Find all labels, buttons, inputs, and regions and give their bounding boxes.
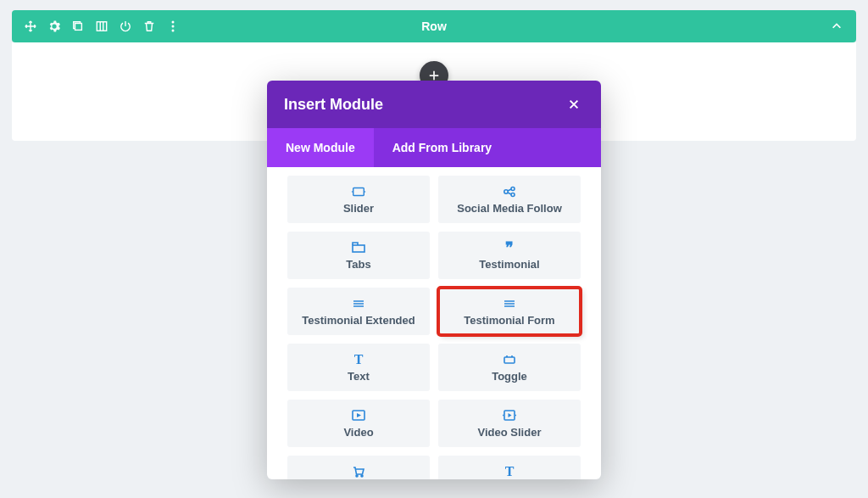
modal-header: Insert Module [267, 81, 601, 128]
module-label: Video Slider [478, 426, 542, 439]
row-title: Row [421, 20, 447, 33]
svg-rect-5 [353, 187, 364, 195]
toggle-icon [503, 353, 516, 367]
duplicate-icon[interactable] [71, 20, 85, 33]
module-woo-add-to-cart[interactable]: Woo Add To Cart [287, 456, 430, 479]
row-toolbar [12, 20, 180, 33]
modal-tabs: New Module Add From Library [267, 128, 601, 167]
module-label: Testimonial Extended [302, 314, 415, 327]
tabs-icon [352, 241, 365, 255]
tab-new-module[interactable]: New Module [267, 128, 374, 167]
video-slider-icon [502, 409, 517, 422]
module-label: Social Media Follow [457, 202, 562, 215]
trash-icon[interactable] [142, 20, 156, 33]
svg-point-13 [356, 475, 358, 477]
svg-point-3 [172, 25, 175, 28]
insert-module-modal: Insert Module New Module Add From Librar… [267, 81, 601, 479]
module-video[interactable]: Video [287, 400, 430, 447]
module-label: Toggle [492, 370, 527, 383]
module-social-media-follow[interactable]: Social Media Follow [438, 176, 581, 223]
svg-point-6 [504, 189, 508, 193]
module-testimonial-form[interactable]: Testimonial Form [438, 288, 581, 335]
svg-point-4 [172, 30, 175, 32]
video-icon [352, 409, 365, 422]
module-woo-additional-info[interactable]: T Woo Additional Info [438, 456, 581, 479]
row-header-bar: Row [12, 10, 856, 42]
quote-icon: ❞ [505, 241, 514, 255]
module-testimonial[interactable]: ❞ Testimonial [438, 232, 581, 279]
power-icon[interactable] [119, 20, 132, 33]
module-label: Slider [343, 202, 374, 215]
module-label: Video [343, 426, 373, 439]
modal-title: Insert Module [284, 96, 383, 114]
svg-point-7 [511, 187, 515, 190]
svg-rect-1 [97, 22, 106, 31]
social-icon [503, 185, 516, 199]
cart-icon [352, 465, 365, 478]
text-icon: T [505, 465, 515, 478]
svg-point-8 [511, 193, 515, 196]
more-icon[interactable] [166, 20, 180, 33]
svg-rect-10 [504, 357, 515, 363]
svg-point-14 [361, 475, 363, 477]
module-label: Tabs [346, 258, 370, 271]
module-tabs[interactable]: Tabs [287, 232, 430, 279]
module-label: Text [348, 370, 370, 383]
module-label: Testimonial [479, 258, 539, 271]
gear-icon[interactable] [47, 20, 61, 33]
module-testimonial-extended[interactable]: Testimonial Extended [287, 288, 430, 335]
lines-icon [504, 297, 515, 311]
module-video-slider[interactable]: Video Slider [438, 400, 581, 447]
svg-rect-9 [353, 245, 364, 252]
tab-add-from-library[interactable]: Add From Library [374, 128, 510, 167]
svg-point-2 [172, 21, 175, 24]
move-icon[interactable] [24, 20, 37, 33]
slider-icon [351, 185, 366, 199]
collapse-chevron-icon[interactable] [831, 20, 843, 32]
module-list: Slider Social Media Follow Tabs ❞ Testim… [267, 167, 601, 479]
module-text[interactable]: T Text [287, 344, 430, 391]
lines-icon [353, 297, 364, 311]
svg-rect-0 [75, 24, 82, 31]
close-icon[interactable] [564, 94, 584, 115]
columns-icon[interactable] [95, 20, 108, 33]
text-icon: T [354, 353, 364, 367]
module-slider[interactable]: Slider [287, 176, 430, 223]
module-toggle[interactable]: Toggle [438, 344, 581, 391]
module-label: Testimonial Form [464, 314, 554, 327]
